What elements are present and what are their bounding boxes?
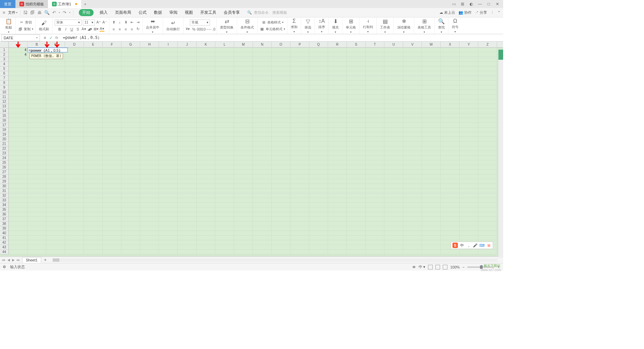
row-header[interactable]: 20 (0, 137, 9, 142)
cell[interactable] (478, 226, 497, 231)
row-header[interactable]: 27 (0, 170, 9, 174)
cell[interactable] (46, 193, 65, 198)
cell[interactable] (234, 146, 253, 151)
cell[interactable] (140, 113, 159, 118)
cell[interactable] (9, 245, 28, 250)
cell[interactable] (178, 221, 197, 226)
cell[interactable] (328, 198, 347, 203)
cell[interactable] (103, 179, 121, 184)
cell[interactable] (441, 221, 460, 226)
col-header[interactable]: N (253, 42, 272, 48)
cell[interactable] (253, 165, 272, 170)
cell[interactable] (197, 198, 215, 203)
cell[interactable] (328, 174, 347, 179)
cell[interactable] (84, 184, 103, 189)
cell[interactable] (290, 245, 309, 250)
cell[interactable] (234, 221, 253, 226)
cell[interactable] (384, 48, 403, 52)
cell[interactable] (84, 99, 103, 104)
cell[interactable] (478, 142, 497, 146)
cell[interactable] (121, 99, 140, 104)
cell[interactable] (272, 90, 290, 95)
cell[interactable] (197, 142, 215, 146)
menu-data[interactable]: 数据 (153, 9, 163, 16)
cell[interactable] (384, 236, 403, 240)
cell[interactable] (366, 90, 384, 95)
cell[interactable] (103, 203, 121, 207)
cell[interactable] (328, 226, 347, 231)
cell[interactable] (253, 226, 272, 231)
cell[interactable] (178, 207, 197, 212)
cell[interactable] (272, 146, 290, 151)
cell[interactable] (460, 104, 478, 109)
cell[interactable] (234, 81, 253, 85)
cell[interactable] (103, 118, 121, 123)
cell[interactable] (422, 174, 441, 179)
undo-icon[interactable]: ↶ (52, 10, 56, 15)
cell[interactable] (347, 165, 366, 170)
cell[interactable] (140, 240, 159, 245)
cell[interactable] (478, 85, 497, 90)
cell[interactable] (178, 170, 197, 174)
cell[interactable] (309, 57, 328, 62)
cell[interactable] (347, 217, 366, 221)
cell[interactable] (9, 104, 28, 109)
cell[interactable] (309, 236, 328, 240)
col-header[interactable]: K (197, 42, 215, 48)
cell[interactable] (140, 128, 159, 132)
cell[interactable] (460, 179, 478, 184)
cell[interactable] (197, 189, 215, 193)
cell[interactable] (347, 193, 366, 198)
cell[interactable] (309, 203, 328, 207)
cell[interactable] (272, 156, 290, 160)
cell[interactable] (366, 221, 384, 226)
cell[interactable] (65, 170, 84, 174)
cell[interactable] (460, 66, 478, 71)
cell[interactable] (441, 137, 460, 142)
cell[interactable] (328, 128, 347, 132)
cell[interactable] (290, 109, 309, 113)
cell[interactable] (253, 231, 272, 236)
cell[interactable] (159, 81, 178, 85)
cell[interactable] (28, 207, 46, 212)
cell[interactable] (103, 165, 121, 170)
cell[interactable] (84, 123, 103, 128)
cell[interactable] (309, 109, 328, 113)
cell[interactable] (103, 95, 121, 99)
cell[interactable] (215, 193, 234, 198)
cell[interactable] (290, 226, 309, 231)
cell[interactable] (366, 123, 384, 128)
cell[interactable] (103, 189, 121, 193)
view-normal-icon[interactable] (428, 265, 433, 269)
cell[interactable] (215, 151, 234, 156)
sum-button[interactable]: Σ求和▾ (289, 18, 299, 33)
cell[interactable] (347, 81, 366, 85)
cell[interactable] (403, 250, 422, 254)
cell[interactable] (347, 231, 366, 236)
cell[interactable] (234, 198, 253, 203)
cell[interactable] (234, 203, 253, 207)
row-header[interactable]: 41 (0, 236, 9, 240)
cell[interactable] (84, 137, 103, 142)
cell[interactable] (328, 193, 347, 198)
cell[interactable] (309, 207, 328, 212)
cell[interactable] (403, 236, 422, 240)
cell[interactable] (215, 123, 234, 128)
cell[interactable] (460, 156, 478, 160)
cell[interactable] (403, 66, 422, 71)
cell[interactable] (28, 76, 46, 81)
cell[interactable] (65, 137, 84, 142)
menu-view[interactable]: 视图 (183, 9, 194, 16)
cell[interactable] (234, 142, 253, 146)
copy-icon[interactable]: 🗐 (18, 27, 22, 32)
cell[interactable] (253, 179, 272, 184)
cell[interactable] (403, 90, 422, 95)
cell[interactable] (478, 221, 497, 226)
cell[interactable] (9, 113, 28, 118)
cell[interactable] (422, 85, 441, 90)
zoom-out-button[interactable]: − (463, 265, 465, 269)
cell[interactable] (178, 137, 197, 142)
cell[interactable] (328, 189, 347, 193)
row-header[interactable]: 10 (0, 90, 9, 95)
fill-color-icon[interactable]: ◢▾ (88, 27, 92, 32)
